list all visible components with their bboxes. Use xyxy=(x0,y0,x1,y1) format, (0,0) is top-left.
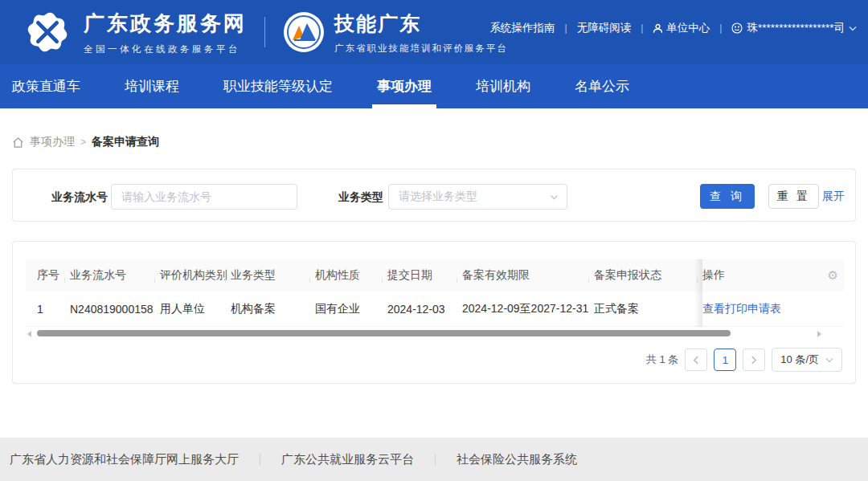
nav-item-label: 职业技能等级认定 xyxy=(223,77,333,96)
col-header-actions-label: 操作 xyxy=(702,268,725,283)
nav-item-matters[interactable]: 事项办理 xyxy=(377,64,432,108)
reset-button[interactable]: 重 置 xyxy=(768,184,819,209)
header-link-divider: | xyxy=(719,22,722,34)
footer-link-employment-cloud[interactable]: 广东公共就业服务云平台 xyxy=(281,452,414,467)
nav-item-policy[interactable]: 政策直通车 xyxy=(12,64,80,108)
col-header-org-nature: 机构性质 xyxy=(315,268,387,283)
cell-status: 正式备案 xyxy=(594,302,702,316)
pagination: 共 1 条 1 10 条/页 xyxy=(646,348,842,372)
scroll-left-arrow-icon[interactable] xyxy=(27,331,31,337)
header-links: 系统操作指南 | 无障碍阅读 | 单位中心 | 珠************ xyxy=(490,21,857,35)
main-nav: 政策直通车 培训课程 职业技能等级认定 事项办理 培训机构 名单公示 xyxy=(0,64,868,108)
prev-page-button[interactable] xyxy=(685,349,707,371)
breadcrumb-separator: > xyxy=(80,137,86,148)
platform-titles: 技能广东 广东省职业技能培训和评价服务平台 xyxy=(334,10,508,55)
col-header-index: 序号 xyxy=(26,268,70,283)
breadcrumb: 事项办理 > 备案申请查询 xyxy=(12,135,159,149)
table-row: 1 N240819000158 用人单位 机构备案 国有企业 2024-12-0… xyxy=(26,291,844,327)
platform-title: 技能广东 xyxy=(334,10,508,37)
expand-link[interactable]: 展开 xyxy=(822,190,845,204)
header-link-divider: | xyxy=(641,22,643,34)
logo-area: 广东政务服务网 全国一体化在线政务服务平台 技能广东 广东省职业技能培训和评价服… xyxy=(23,0,508,64)
site-titles: 广东政务服务网 全国一体化在线政务服务平台 xyxy=(84,10,247,55)
scrollbar-thumb[interactable] xyxy=(37,330,731,336)
view-print-application-link[interactable]: 查看打印申请表 xyxy=(702,302,781,316)
nav-item-courses[interactable]: 培训课程 xyxy=(125,64,179,108)
user-name: 珠******************司 xyxy=(747,21,845,35)
col-header-status: 备案申报状态 xyxy=(594,268,702,283)
page-size-value: 10 条/页 xyxy=(780,353,819,367)
footer-link-hr-hall[interactable]: 广东省人力资源和社会保障厅网上服务大厅 xyxy=(10,452,239,467)
scroll-right-arrow-icon[interactable] xyxy=(817,331,821,337)
search-panel: 业务流水号 业务类型 请选择业务类型 查 询 重 置 展开 xyxy=(12,169,856,222)
chevron-down-icon xyxy=(825,357,833,363)
chevron-right-icon xyxy=(751,356,757,365)
col-header-actions: 操作 ⚙ xyxy=(702,268,845,283)
column-settings-gear-icon[interactable]: ⚙ xyxy=(828,268,838,283)
unit-center-link[interactable]: 单位中心 xyxy=(653,21,710,35)
footer-divider xyxy=(260,454,260,466)
nav-item-public-list[interactable]: 名单公示 xyxy=(575,64,629,108)
chevron-down-icon xyxy=(849,26,857,31)
cell-validity: 2024-12-09至2027-12-31 xyxy=(462,302,594,316)
nav-item-training-orgs[interactable]: 培训机构 xyxy=(476,64,530,108)
pagination-total: 共 1 条 xyxy=(646,353,678,367)
business-type-placeholder: 请选择业务类型 xyxy=(399,190,477,204)
results-panel: 序号 业务流水号 评价机构类别 业务类型 机构性质 提交日期 备案有效期限 备案… xyxy=(12,241,856,384)
table-header-row: 序号 业务流水号 评价机构类别 业务类型 机构性质 提交日期 备案有效期限 备案… xyxy=(26,259,844,291)
col-header-business-type: 业务类型 xyxy=(231,268,315,283)
footer-link-social-insurance[interactable]: 社会保险公共服务系统 xyxy=(457,452,577,467)
cell-org-category: 用人单位 xyxy=(160,302,231,316)
logo-divider xyxy=(264,17,265,47)
accessibility-link[interactable]: 无障碍阅读 xyxy=(577,21,632,35)
col-header-org-category: 评价机构类别 xyxy=(160,268,231,283)
horizontal-scrollbar xyxy=(26,329,844,337)
site-header: 广东政务服务网 全国一体化在线政务服务平台 技能广东 广东省职业技能培训和评价服… xyxy=(0,0,868,64)
platform-badge-logo xyxy=(283,11,325,53)
business-type-label: 业务类型 xyxy=(338,190,383,205)
header-link-divider: | xyxy=(565,22,567,34)
cell-serial: N240819000158 xyxy=(70,303,160,316)
col-header-validity: 备案有效期限 xyxy=(462,268,594,283)
page: 广东政务服务网 全国一体化在线政务服务平台 技能广东 广东省职业技能培训和评价服… xyxy=(0,0,868,481)
breadcrumb-section[interactable]: 事项办理 xyxy=(30,135,75,149)
user-menu[interactable]: 珠******************司 xyxy=(731,21,857,35)
nav-item-label: 事项办理 xyxy=(377,77,432,96)
cell-submit-date: 2024-12-03 xyxy=(387,303,462,316)
nav-item-skill-certification[interactable]: 职业技能等级认定 xyxy=(223,64,333,108)
cell-business-type: 机构备案 xyxy=(231,302,315,316)
page-number-button[interactable]: 1 xyxy=(714,349,736,371)
query-button[interactable]: 查 询 xyxy=(700,184,755,209)
cell-org-nature: 国有企业 xyxy=(315,302,387,316)
nav-item-label: 培训课程 xyxy=(125,77,179,96)
gov-pinwheel-logo xyxy=(23,7,72,57)
col-header-serial: 业务流水号 xyxy=(70,268,160,283)
site-subtitle: 全国一体化在线政务服务平台 xyxy=(84,43,247,55)
avatar-icon xyxy=(731,22,743,34)
business-type-select[interactable]: 请选择业务类型 xyxy=(388,184,567,210)
system-guide-link[interactable]: 系统操作指南 xyxy=(490,21,555,35)
site-title: 广东政务服务网 xyxy=(84,10,247,38)
breadcrumb-current: 备案申请查询 xyxy=(92,135,159,149)
page-size-select[interactable]: 10 条/页 xyxy=(772,348,842,372)
serial-number-input[interactable] xyxy=(111,184,297,210)
col-header-submit-date: 提交日期 xyxy=(387,268,462,283)
chevron-down-icon xyxy=(550,194,559,200)
serial-number-label: 业务流水号 xyxy=(51,190,108,205)
footer-divider xyxy=(435,454,436,466)
platform-subtitle: 广东省职业技能培训和评价服务平台 xyxy=(334,43,508,55)
cell-actions: 查看打印申请表 xyxy=(702,302,845,316)
cell-index: 1 xyxy=(26,303,70,316)
home-icon xyxy=(12,137,24,149)
chevron-left-icon xyxy=(693,356,699,365)
next-page-button[interactable] xyxy=(743,349,765,371)
unit-center-label: 单位中心 xyxy=(666,21,710,35)
nav-item-label: 政策直通车 xyxy=(12,77,80,96)
person-icon xyxy=(653,23,663,34)
nav-item-label: 培训机构 xyxy=(476,77,530,96)
nav-item-label: 名单公示 xyxy=(575,77,629,96)
footer: 广东省人力资源和社会保障厅网上服务大厅 广东公共就业服务云平台 社会保险公共服务… xyxy=(0,438,868,481)
results-table: 序号 业务流水号 评价机构类别 业务类型 机构性质 提交日期 备案有效期限 备案… xyxy=(26,259,844,327)
